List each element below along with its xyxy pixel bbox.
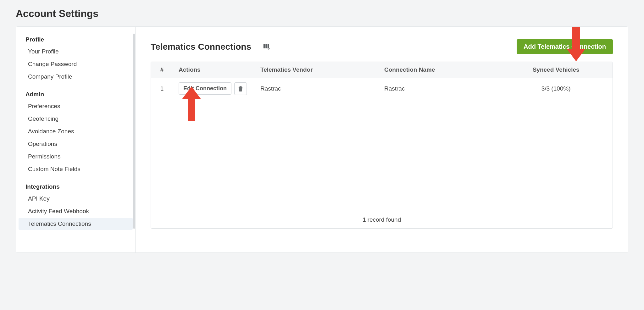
connections-table: # Actions Telematics Vendor Connection N… bbox=[151, 62, 613, 229]
svg-point-4 bbox=[268, 48, 269, 49]
sidebar-item-change-password[interactable]: Change Password bbox=[19, 58, 133, 70]
sidebar-item-permissions[interactable]: Permissions bbox=[19, 151, 133, 163]
sidebar-item-api-key[interactable]: API Key bbox=[19, 193, 133, 205]
sidebar-item-avoidance-zones[interactable]: Avoidance Zones bbox=[19, 125, 133, 137]
col-header-vendor: Telematics Vendor bbox=[255, 62, 379, 78]
row-name: Rastrac bbox=[379, 78, 499, 100]
col-header-number: # bbox=[151, 62, 173, 78]
add-telematics-connection-button[interactable]: Add Telematics Connection bbox=[517, 39, 613, 54]
sidebar-item-preferences[interactable]: Preferences bbox=[19, 100, 133, 112]
row-synced: 3/3 (100%) bbox=[499, 78, 613, 100]
svg-rect-1 bbox=[265, 44, 267, 48]
page-title: Account Settings bbox=[16, 8, 628, 19]
sidebar-item-custom-note-fields[interactable]: Custom Note Fields bbox=[19, 163, 133, 175]
delete-connection-button[interactable] bbox=[234, 82, 247, 95]
sidebar-section-profile: Profile bbox=[16, 34, 135, 46]
sidebar: Profile Your Profile Change Password Com… bbox=[16, 27, 136, 252]
table-row: 1 Edit Connection Rastrac Rastrac bbox=[151, 78, 613, 100]
row-vendor: Rastrac bbox=[255, 78, 379, 100]
sidebar-item-company-profile[interactable]: Company Profile bbox=[19, 71, 133, 83]
settings-card: Profile Your Profile Change Password Com… bbox=[16, 26, 628, 253]
sidebar-section-integrations: Integrations bbox=[16, 181, 135, 193]
edit-connection-button[interactable]: Edit Connection bbox=[179, 82, 231, 95]
col-header-actions: Actions bbox=[173, 62, 255, 78]
table-footer: 1 record found bbox=[151, 211, 613, 228]
record-found-text: record found bbox=[366, 216, 401, 223]
vertical-divider bbox=[257, 42, 257, 51]
sidebar-item-activity-feed-webhook[interactable]: Activity Feed Webhook bbox=[19, 205, 133, 217]
sidebar-item-your-profile[interactable]: Your Profile bbox=[19, 46, 133, 58]
main-title: Telematics Connections bbox=[151, 42, 251, 52]
columns-settings-icon[interactable] bbox=[263, 43, 270, 50]
main-panel: Telematics Connections Add Telematics Co… bbox=[136, 27, 628, 252]
col-header-name: Connection Name bbox=[379, 62, 499, 78]
trash-icon bbox=[238, 86, 243, 91]
row-number: 1 bbox=[151, 78, 173, 100]
col-header-synced: Synced Vehicles bbox=[499, 62, 613, 78]
record-count: 1 bbox=[363, 216, 366, 223]
sidebar-item-geofencing[interactable]: Geofencing bbox=[19, 113, 133, 125]
svg-rect-0 bbox=[264, 44, 265, 48]
sidebar-section-admin: Admin bbox=[16, 88, 135, 100]
sidebar-item-operations[interactable]: Operations bbox=[19, 138, 133, 150]
sidebar-item-telematics-connections[interactable]: Telematics Connections bbox=[19, 218, 133, 230]
